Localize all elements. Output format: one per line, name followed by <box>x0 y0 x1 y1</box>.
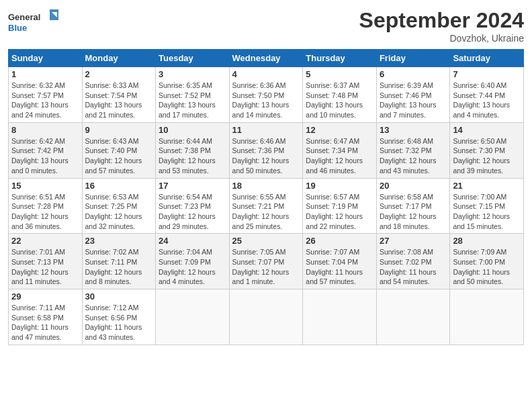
svg-text:General: General <box>8 12 40 22</box>
day-number: 16 <box>85 181 153 191</box>
calendar-cell: 24Sunrise: 7:04 AMSunset: 7:09 PMDayligh… <box>156 234 230 289</box>
day-number: 26 <box>306 236 373 246</box>
logo-svg: General Blue <box>8 8 62 38</box>
day-number: 8 <box>11 125 79 135</box>
calendar-cell: 2Sunrise: 6:33 AMSunset: 7:54 PMDaylight… <box>82 67 156 123</box>
month-title: September 2024 <box>359 8 524 33</box>
day-detail: Sunrise: 6:40 AMSunset: 7:44 PMDaylight:… <box>453 81 510 119</box>
day-number: 1 <box>11 69 79 79</box>
day-detail: Sunrise: 6:55 AMSunset: 7:21 PMDaylight:… <box>232 193 290 230</box>
svg-text:Blue: Blue <box>8 23 27 33</box>
calendar-cell: 14Sunrise: 6:50 AMSunset: 7:30 PMDayligh… <box>450 122 524 178</box>
calendar-cell: 26Sunrise: 7:07 AMSunset: 7:04 PMDayligh… <box>303 234 377 289</box>
day-number: 4 <box>232 69 300 79</box>
day-number: 6 <box>380 69 447 79</box>
weekday-header-sunday: Sunday <box>9 50 83 67</box>
calendar-cell: 20Sunrise: 6:58 AMSunset: 7:17 PMDayligh… <box>376 178 449 234</box>
day-detail: Sunrise: 7:04 AMSunset: 7:09 PMDaylight:… <box>159 248 216 285</box>
weekday-header-saturday: Saturday <box>450 50 524 67</box>
day-detail: Sunrise: 6:33 AMSunset: 7:54 PMDaylight:… <box>85 81 142 119</box>
day-number: 29 <box>11 291 79 302</box>
calendar-cell: 5Sunrise: 6:37 AMSunset: 7:48 PMDaylight… <box>303 67 377 123</box>
day-number: 15 <box>11 181 79 191</box>
calendar-cell: 8Sunrise: 6:42 AMSunset: 7:42 PMDaylight… <box>9 122 83 178</box>
weekday-header-thursday: Thursday <box>303 50 377 67</box>
calendar-cell: 13Sunrise: 6:48 AMSunset: 7:32 PMDayligh… <box>376 122 449 178</box>
day-number: 14 <box>453 125 521 135</box>
day-number: 5 <box>306 69 373 79</box>
day-number: 24 <box>159 236 226 246</box>
calendar-cell: 10Sunrise: 6:44 AMSunset: 7:38 PMDayligh… <box>156 122 230 178</box>
day-detail: Sunrise: 6:35 AMSunset: 7:52 PMDaylight:… <box>159 81 216 119</box>
day-number: 17 <box>159 181 226 191</box>
day-number: 28 <box>453 236 521 246</box>
calendar-cell <box>303 289 377 345</box>
day-number: 9 <box>85 125 153 135</box>
day-detail: Sunrise: 6:47 AMSunset: 7:34 PMDaylight:… <box>306 137 363 175</box>
day-number: 3 <box>159 69 226 79</box>
day-detail: Sunrise: 7:05 AMSunset: 7:07 PMDaylight:… <box>232 248 290 285</box>
calendar-cell: 27Sunrise: 7:08 AMSunset: 7:02 PMDayligh… <box>376 234 449 289</box>
day-detail: Sunrise: 6:58 AMSunset: 7:17 PMDaylight:… <box>380 193 437 230</box>
calendar-week-5: 29Sunrise: 7:11 AMSunset: 6:58 PMDayligh… <box>9 289 524 345</box>
day-detail: Sunrise: 6:57 AMSunset: 7:19 PMDaylight:… <box>306 193 363 230</box>
day-number: 12 <box>306 125 373 135</box>
day-number: 10 <box>159 125 226 135</box>
calendar-cell: 23Sunrise: 7:02 AMSunset: 7:11 PMDayligh… <box>82 234 156 289</box>
day-detail: Sunrise: 6:32 AMSunset: 7:57 PMDaylight:… <box>11 81 69 119</box>
weekday-header-friday: Friday <box>376 50 449 67</box>
calendar-cell: 15Sunrise: 6:51 AMSunset: 7:28 PMDayligh… <box>9 178 83 234</box>
day-detail: Sunrise: 7:01 AMSunset: 7:13 PMDaylight:… <box>11 248 69 285</box>
day-detail: Sunrise: 6:44 AMSunset: 7:38 PMDaylight:… <box>159 137 216 175</box>
calendar-cell: 21Sunrise: 7:00 AMSunset: 7:15 PMDayligh… <box>450 178 524 234</box>
weekday-header-row: SundayMondayTuesdayWednesdayThursdayFrid… <box>9 50 524 67</box>
day-number: 22 <box>11 236 79 246</box>
day-number: 19 <box>306 181 373 191</box>
day-detail: Sunrise: 6:51 AMSunset: 7:28 PMDaylight:… <box>11 193 69 230</box>
calendar-week-4: 22Sunrise: 7:01 AMSunset: 7:13 PMDayligh… <box>9 234 524 289</box>
day-number: 30 <box>85 291 153 302</box>
calendar-cell: 16Sunrise: 6:53 AMSunset: 7:25 PMDayligh… <box>82 178 156 234</box>
calendar-week-2: 8Sunrise: 6:42 AMSunset: 7:42 PMDaylight… <box>9 122 524 178</box>
title-area: September 2024 Dovzhok, Ukraine <box>359 8 524 44</box>
calendar-cell: 28Sunrise: 7:09 AMSunset: 7:00 PMDayligh… <box>450 234 524 289</box>
calendar-cell: 19Sunrise: 6:57 AMSunset: 7:19 PMDayligh… <box>303 178 377 234</box>
weekday-header-monday: Monday <box>82 50 156 67</box>
weekday-header-wednesday: Wednesday <box>229 50 303 67</box>
day-number: 13 <box>380 125 447 135</box>
day-number: 18 <box>232 181 300 191</box>
day-detail: Sunrise: 6:54 AMSunset: 7:23 PMDaylight:… <box>159 193 216 230</box>
weekday-header-tuesday: Tuesday <box>156 50 230 67</box>
calendar-cell <box>376 289 449 345</box>
calendar-cell: 9Sunrise: 6:43 AMSunset: 7:40 PMDaylight… <box>82 122 156 178</box>
calendar-cell: 6Sunrise: 6:39 AMSunset: 7:46 PMDaylight… <box>376 67 449 123</box>
day-number: 11 <box>232 125 300 135</box>
day-detail: Sunrise: 6:42 AMSunset: 7:42 PMDaylight:… <box>11 137 69 175</box>
location: Dovzhok, Ukraine <box>359 33 524 44</box>
calendar-cell: 22Sunrise: 7:01 AMSunset: 7:13 PMDayligh… <box>9 234 83 289</box>
calendar-cell: 30Sunrise: 7:12 AMSunset: 6:56 PMDayligh… <box>82 289 156 345</box>
day-detail: Sunrise: 6:39 AMSunset: 7:46 PMDaylight:… <box>380 81 437 119</box>
calendar-table: SundayMondayTuesdayWednesdayThursdayFrid… <box>8 49 524 345</box>
day-detail: Sunrise: 6:46 AMSunset: 7:36 PMDaylight:… <box>232 137 290 175</box>
day-number: 27 <box>380 236 447 246</box>
calendar-cell: 18Sunrise: 6:55 AMSunset: 7:21 PMDayligh… <box>229 178 303 234</box>
day-detail: Sunrise: 7:08 AMSunset: 7:02 PMDaylight:… <box>380 248 437 285</box>
day-number: 21 <box>453 181 521 191</box>
calendar-cell <box>450 289 524 345</box>
day-detail: Sunrise: 7:12 AMSunset: 6:56 PMDaylight:… <box>85 304 142 341</box>
calendar-cell: 3Sunrise: 6:35 AMSunset: 7:52 PMDaylight… <box>156 67 230 123</box>
day-detail: Sunrise: 7:11 AMSunset: 6:58 PMDaylight:… <box>11 304 69 341</box>
day-number: 23 <box>85 236 153 246</box>
day-detail: Sunrise: 6:36 AMSunset: 7:50 PMDaylight:… <box>232 81 290 119</box>
logo: General Blue <box>8 8 62 38</box>
day-number: 25 <box>232 236 300 246</box>
header: General Blue September 2024 Dovzhok, Ukr… <box>8 8 524 44</box>
calendar-cell <box>229 289 303 345</box>
day-detail: Sunrise: 7:00 AMSunset: 7:15 PMDaylight:… <box>453 193 510 230</box>
calendar-cell: 1Sunrise: 6:32 AMSunset: 7:57 PMDaylight… <box>9 67 83 123</box>
day-number: 20 <box>380 181 447 191</box>
calendar-week-1: 1Sunrise: 6:32 AMSunset: 7:57 PMDaylight… <box>9 67 524 123</box>
day-detail: Sunrise: 6:43 AMSunset: 7:40 PMDaylight:… <box>85 137 142 175</box>
day-detail: Sunrise: 7:09 AMSunset: 7:00 PMDaylight:… <box>453 248 510 285</box>
